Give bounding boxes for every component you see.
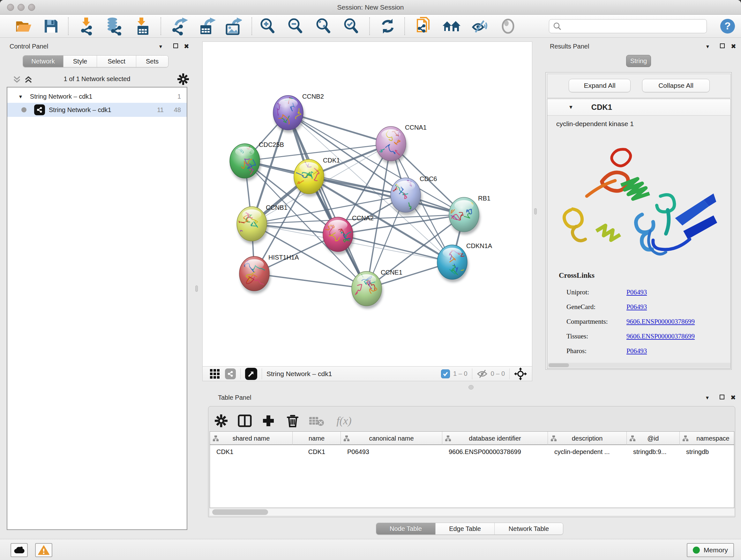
node-label: CCNB2 bbox=[302, 93, 324, 100]
node-label: CDC25B bbox=[259, 141, 284, 148]
zoom-fit-icon[interactable] bbox=[314, 17, 333, 36]
column-header[interactable]: description bbox=[548, 432, 627, 445]
column-header[interactable]: name bbox=[293, 432, 341, 445]
zoom-in-icon[interactable] bbox=[258, 17, 277, 36]
import-database-icon[interactable] bbox=[105, 17, 124, 36]
gear-icon[interactable] bbox=[178, 73, 189, 85]
scrollbar-thumb[interactable] bbox=[212, 509, 268, 515]
tab-network[interactable]: Network bbox=[23, 56, 63, 67]
show-eye-disabled-icon[interactable] bbox=[498, 17, 518, 36]
tab-node-table[interactable]: Node Table bbox=[376, 523, 435, 535]
cloud-icon bbox=[14, 546, 24, 554]
column-header[interactable]: namespace bbox=[680, 432, 734, 445]
import-table-icon[interactable] bbox=[133, 17, 152, 36]
control-panel-tabs: Network Style Select Sets bbox=[23, 55, 169, 67]
zoom-out-icon[interactable] bbox=[286, 17, 305, 36]
panel-menu-icon[interactable]: ▼ bbox=[705, 44, 710, 49]
tab-sets[interactable]: Sets bbox=[136, 56, 168, 67]
collapse-all-button[interactable]: Collapse All bbox=[642, 79, 710, 92]
panel-menu-icon[interactable]: ▼ bbox=[705, 395, 710, 400]
network-edge-CCNB2-CCNE1[interactable] bbox=[288, 113, 367, 289]
help-icon[interactable]: ? bbox=[718, 17, 737, 36]
results-buttons-box: Expand All Collapse All bbox=[547, 74, 731, 98]
splitter-handle[interactable] bbox=[534, 208, 537, 214]
column-header[interactable]: canonical name bbox=[341, 432, 442, 445]
tree-expander-icon[interactable]: ▼ bbox=[18, 94, 23, 99]
grid-mode-icon[interactable] bbox=[210, 369, 220, 379]
table-container: f(x) shared name name canonical name dat… bbox=[208, 406, 735, 517]
node-table: shared name name canonical name database… bbox=[210, 431, 734, 508]
collection-count: 1 bbox=[178, 93, 181, 100]
splitter-handle[interactable] bbox=[195, 286, 198, 292]
crosslink-link[interactable]: P06493 bbox=[626, 288, 647, 296]
export-table-icon[interactable] bbox=[197, 17, 216, 36]
open-session-icon[interactable] bbox=[14, 17, 33, 36]
export-network-icon[interactable] bbox=[171, 17, 190, 36]
gene-description: cyclin-dependent kinase 1 bbox=[556, 120, 731, 128]
panel-close-icon[interactable]: ✖ bbox=[731, 394, 736, 401]
delete-table-disabled-icon[interactable] bbox=[307, 412, 326, 430]
network-canvas[interactable]: CCNB2CCNA1CDC25BCDK1CDC6RB1CCNB1CCNA2CDK… bbox=[202, 42, 532, 367]
network-edge-HIST1H1A-CCNE1[interactable] bbox=[254, 273, 367, 289]
node-label: RB1 bbox=[478, 195, 490, 202]
crosslink-link[interactable]: 9606.ENSP00000378699 bbox=[626, 318, 695, 326]
home-icon[interactable] bbox=[442, 17, 461, 36]
table-header-row: shared name name canonical name database… bbox=[210, 432, 734, 445]
tab-string[interactable]: String bbox=[626, 55, 651, 67]
results-hscrollbar[interactable] bbox=[548, 363, 731, 368]
function-builder-disabled-icon[interactable]: f(x) bbox=[330, 412, 358, 430]
cell-database-identifier: 9606.ENSP00000378699 bbox=[442, 446, 548, 458]
memory-button[interactable]: Memory bbox=[687, 543, 734, 557]
section-expander-icon[interactable]: ▼ bbox=[568, 105, 574, 110]
split-view-icon[interactable] bbox=[235, 412, 254, 430]
tab-select[interactable]: Select bbox=[97, 56, 136, 67]
selected-checkbox-icon[interactable] bbox=[441, 369, 450, 378]
share-mode-icon[interactable] bbox=[225, 368, 236, 379]
search-input[interactable] bbox=[561, 22, 695, 30]
add-column-icon[interactable] bbox=[259, 412, 278, 430]
crosslink-row: Pharos:P06493 bbox=[566, 344, 726, 358]
network-row-selected[interactable]: String Network – cdk1 11 48 bbox=[7, 103, 187, 117]
documents-share-icon[interactable] bbox=[414, 17, 433, 36]
refresh-view-icon[interactable] bbox=[378, 17, 397, 36]
tab-style[interactable]: Style bbox=[63, 56, 97, 67]
splitter-handle[interactable] bbox=[468, 385, 474, 389]
hide-selected-eye-icon[interactable] bbox=[470, 17, 489, 36]
panel-float-icon[interactable] bbox=[173, 44, 178, 48]
panel-menu-icon[interactable]: ▼ bbox=[158, 44, 163, 49]
scrollbar-thumb[interactable] bbox=[549, 363, 569, 367]
control-panel-title: Control Panel bbox=[10, 43, 48, 50]
cdk1-section-header[interactable]: ▼ CDK1 bbox=[547, 99, 731, 116]
import-network-icon[interactable] bbox=[77, 17, 96, 36]
table-hscrollbar[interactable] bbox=[210, 508, 734, 516]
tab-edge-table[interactable]: Edge Table bbox=[435, 523, 494, 535]
crosslink-link[interactable]: P06493 bbox=[626, 347, 647, 355]
export-image-icon[interactable] bbox=[223, 17, 243, 36]
panel-float-icon[interactable] bbox=[720, 44, 725, 48]
search-field[interactable] bbox=[549, 19, 707, 33]
table-row[interactable]: CDK1 CDK1 P06493 9606.ENSP00000378699 cy… bbox=[210, 446, 734, 458]
birdseye-view-icon[interactable] bbox=[245, 368, 257, 380]
hidden-eye-icon[interactable] bbox=[477, 369, 488, 378]
network-edge-CCNA2-CDKN1A[interactable] bbox=[338, 234, 452, 262]
fit-crosshair-icon[interactable] bbox=[514, 368, 527, 380]
table-gear-icon[interactable] bbox=[212, 412, 231, 430]
main-toolbar: ? bbox=[0, 15, 741, 38]
panel-close-icon[interactable]: ✖ bbox=[731, 43, 736, 50]
network-collection-row[interactable]: ▼ String Network – cdk1 1 bbox=[7, 90, 187, 103]
column-header[interactable]: @id bbox=[627, 432, 680, 445]
column-header[interactable]: database identifier bbox=[442, 432, 548, 445]
crosslink-link[interactable]: P06493 bbox=[626, 303, 647, 311]
cloud-button[interactable] bbox=[10, 543, 28, 557]
warning-button[interactable] bbox=[35, 543, 52, 557]
crosslink-link[interactable]: 9606.ENSP00000378699 bbox=[626, 332, 695, 340]
delete-icon[interactable] bbox=[283, 412, 302, 430]
expand-all-button[interactable]: Expand All bbox=[569, 79, 630, 92]
cell-id: stringdb:9... bbox=[627, 446, 680, 458]
save-session-icon[interactable] bbox=[42, 17, 61, 36]
column-header[interactable]: shared name bbox=[210, 432, 293, 445]
panel-close-icon[interactable]: ✖ bbox=[184, 43, 189, 50]
panel-float-icon[interactable] bbox=[720, 395, 724, 399]
tab-network-table[interactable]: Network Table bbox=[494, 523, 563, 535]
zoom-selected-icon[interactable] bbox=[341, 17, 360, 36]
